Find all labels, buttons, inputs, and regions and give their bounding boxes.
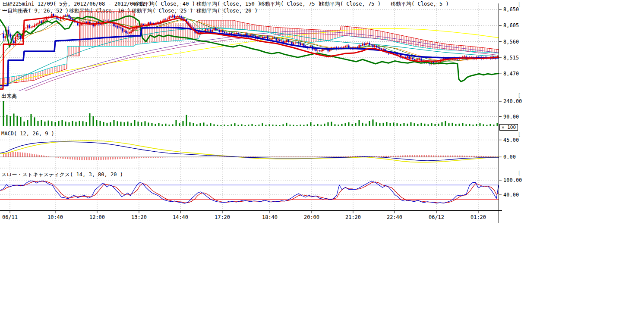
time-axis-label: 10:40 xyxy=(47,214,63,220)
y-axis-label: 45.00 xyxy=(503,137,519,143)
y-axis-label: 8,605 xyxy=(503,22,519,28)
volume-panel xyxy=(0,101,499,126)
time-axis-label: 13:20 xyxy=(131,214,147,220)
pane-handle-icon[interactable]: [ xyxy=(518,170,521,176)
time-axis-label: 22:40 xyxy=(387,214,402,220)
time-axis-label: 20:00 xyxy=(304,214,319,220)
stochastics-panel xyxy=(0,181,499,203)
time-axis-label: 21:20 xyxy=(345,214,361,220)
y-axis-label: 0.00 xyxy=(503,154,516,160)
pane-handle-icon[interactable]: [ xyxy=(518,92,521,99)
time-axis-label: 18:40 xyxy=(262,214,278,220)
price-panel xyxy=(0,11,499,101)
time-axis-label: 01:20 xyxy=(470,214,486,220)
y-axis-label: 240.00 xyxy=(503,98,522,104)
gridlines xyxy=(0,3,499,210)
time-axis-label: 06/11 xyxy=(2,214,18,220)
time-axis-label: 14:40 xyxy=(173,214,188,220)
y-axis-label: 90.00 xyxy=(503,114,519,120)
pane-handle-icon[interactable]: [ xyxy=(518,1,521,7)
y-axis-label: 8,560 xyxy=(503,39,519,45)
time-axis-label: 12:00 xyxy=(89,214,105,220)
pane-handle-icon[interactable]: [ xyxy=(518,131,521,137)
y-axis-label: 8,650 xyxy=(503,6,519,12)
y-axis-label: 8,515 xyxy=(503,55,519,61)
y-axis-label: 8,470 xyxy=(503,71,519,77)
macd-panel xyxy=(0,141,499,162)
chart-canvas[interactable]: 8,6508,6058,5608,5158,470240.0090.0045.0… xyxy=(0,0,531,228)
time-axis-label: 17:20 xyxy=(215,214,230,220)
time-axis-label: 06/12 xyxy=(429,214,444,220)
y-axis-label: 40.00 xyxy=(503,192,519,198)
volume-unit-multiplier-badge: × 100 xyxy=(499,124,518,131)
chart-application-window: 日経225mini 12/09( 5分, 2012/06/08 - 2012/0… xyxy=(0,0,644,331)
y-axis-label: 100.00 xyxy=(503,177,522,183)
